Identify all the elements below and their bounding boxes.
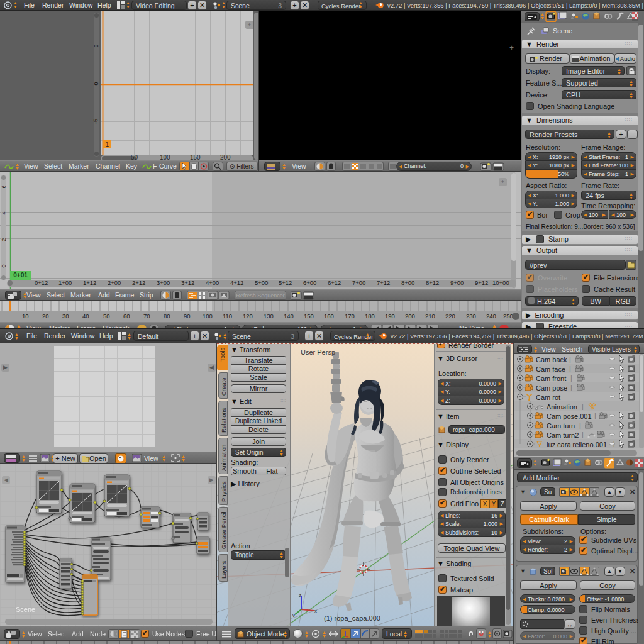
svg-text:z: z [299, 592, 301, 598]
svg-text:x: x [314, 608, 317, 614]
svg-text:y: y [292, 613, 295, 617]
